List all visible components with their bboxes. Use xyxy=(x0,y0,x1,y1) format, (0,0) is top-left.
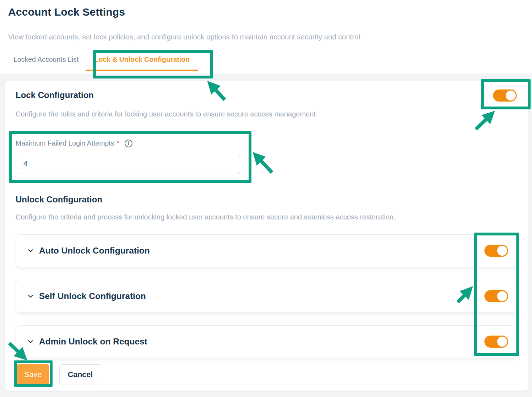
chevron-down-icon xyxy=(27,247,34,255)
settings-card: Lock Configuration Configure the rules a… xyxy=(5,81,528,391)
content-region: Lock Configuration Configure the rules a… xyxy=(0,74,532,397)
chevron-down-icon xyxy=(27,292,34,300)
accordion-title: Auto Unlock Configuration xyxy=(39,246,150,256)
lock-configuration-description: Configure the rules and criteria for loc… xyxy=(16,110,317,118)
tab-lock-unlock-configuration[interactable]: Lock & Unlock Configuration xyxy=(86,55,198,71)
lock-configuration-toggle[interactable] xyxy=(493,89,517,102)
page-title: Account Lock Settings xyxy=(8,6,532,18)
lock-configuration-header: Lock Configuration Configure the rules a… xyxy=(16,90,517,118)
tab-lock-unlock-configuration-label: Lock & Unlock Configuration xyxy=(86,55,198,64)
tab-bar: Locked Accounts List Lock & Unlock Confi… xyxy=(13,55,532,74)
accordion-header-left: Admin Unlock on Request xyxy=(27,337,147,347)
max-failed-login-attempts-label: Maximum Failed Login Attempts xyxy=(16,139,114,147)
lock-configuration-text: Lock Configuration Configure the rules a… xyxy=(16,90,317,118)
accordion-header-left: Auto Unlock Configuration xyxy=(27,246,150,256)
info-icon[interactable]: i xyxy=(125,140,132,147)
accordion-title: Admin Unlock on Request xyxy=(39,337,147,347)
max-failed-login-attempts-input[interactable] xyxy=(16,154,240,174)
max-failed-login-attempts-label-row: Maximum Failed Login Attempts * i xyxy=(16,139,517,147)
accordion-title: Self Unlock Configuration xyxy=(39,291,146,301)
toggle-knob xyxy=(497,291,507,301)
unlock-configuration-description: Configure the criteria and process for u… xyxy=(16,213,517,221)
cancel-button[interactable]: Cancel xyxy=(59,364,101,385)
accordion-self-unlock-configuration[interactable]: Self Unlock Configuration xyxy=(16,280,516,312)
chevron-down-icon xyxy=(27,338,34,346)
accordion-admin-unlock-on-request[interactable]: Admin Unlock on Request xyxy=(16,325,516,358)
accordion-header-left: Self Unlock Configuration xyxy=(27,291,146,301)
accordion-auto-unlock-configuration[interactable]: Auto Unlock Configuration xyxy=(16,234,516,267)
page-header: Account Lock Settings View locked accoun… xyxy=(0,6,532,74)
footer-actions: Save Cancel xyxy=(16,364,517,385)
admin-unlock-toggle[interactable] xyxy=(484,336,508,348)
required-asterisk: * xyxy=(116,139,119,147)
save-button[interactable]: Save xyxy=(17,364,49,385)
page-subtitle: View locked accounts, set lock policies,… xyxy=(8,33,532,41)
unlock-configuration-heading: Unlock Configuration xyxy=(16,195,517,205)
toggle-knob xyxy=(506,91,516,100)
tab-locked-accounts-list[interactable]: Locked Accounts List xyxy=(13,55,78,64)
auto-unlock-toggle[interactable] xyxy=(484,245,508,257)
self-unlock-toggle[interactable] xyxy=(484,290,508,302)
toggle-knob xyxy=(497,337,507,347)
toggle-knob xyxy=(497,246,507,256)
lock-configuration-heading: Lock Configuration xyxy=(16,90,317,100)
